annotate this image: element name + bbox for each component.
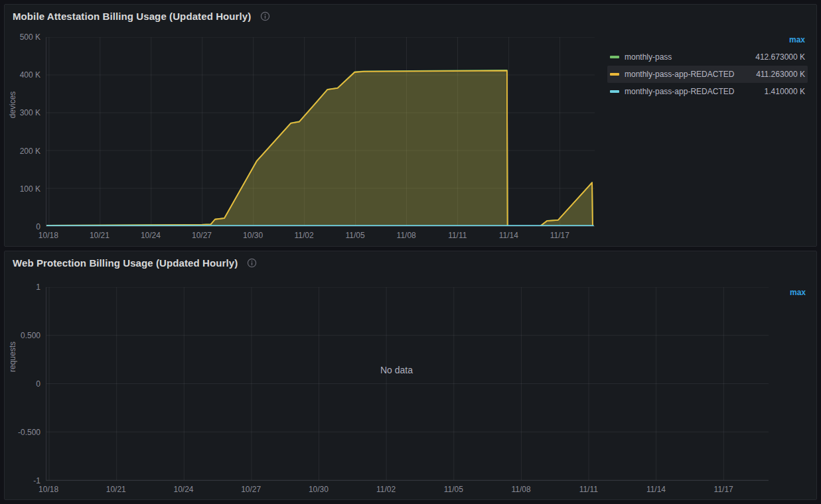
info-icon[interactable] xyxy=(260,11,270,21)
y-axis-tick-label: 200 K xyxy=(5,147,40,156)
legend-series-max-value: 412.673000 K xyxy=(755,52,805,62)
x-axis-tick-label: 10/24 xyxy=(173,485,193,494)
chart-plot-web-protection[interactable] xyxy=(46,287,769,481)
panel-header[interactable]: Web Protection Billing Usage (Updated Ho… xyxy=(5,251,816,274)
legend-item-monthly-pass-app-REDACTED[interactable]: monthly-pass-app-REDACTED411.263000 K xyxy=(607,66,808,83)
y-axis-title: devices xyxy=(8,78,17,131)
chart-legend: max monthly-pass412.673000 Kmonthly-pass… xyxy=(607,34,808,100)
panel-mobile-attestation: Mobile Attestation Billing Usage (Update… xyxy=(4,4,817,247)
x-axis-tick-label: 10/18 xyxy=(38,231,58,240)
x-axis-tick-label: 10/30 xyxy=(243,231,263,240)
legend-series-label: monthly-pass-app-REDACTED xyxy=(625,70,751,79)
x-axis-tick-label: 11/05 xyxy=(444,485,463,494)
x-axis-tick-label: 11/02 xyxy=(295,231,314,240)
legend-series-max-value: 1.410000 K xyxy=(765,87,805,96)
x-axis-tick-label: 10/18 xyxy=(38,485,58,494)
y-axis-tick-label: 100 K xyxy=(5,184,40,194)
x-axis-tick-label: 11/11 xyxy=(448,231,467,240)
x-axis-tick-label: 11/11 xyxy=(579,485,598,494)
chart-canvas[interactable] xyxy=(46,287,769,480)
x-axis-tick-label: 10/24 xyxy=(141,231,161,240)
panel-title[interactable]: Mobile Attestation Billing Usage (Update… xyxy=(13,11,251,22)
legend-series-swatch xyxy=(610,73,619,76)
legend-item-monthly-pass[interactable]: monthly-pass412.673000 K xyxy=(607,48,808,66)
y-axis-tick-label: -0.500 xyxy=(5,428,40,437)
legend-max-column-header[interactable]: max xyxy=(790,288,806,297)
y-axis-tick-label: 500 K xyxy=(5,32,40,42)
x-axis-tick-label: 10/30 xyxy=(309,485,329,494)
chart-canvas[interactable] xyxy=(46,37,595,226)
no-data-message: No data xyxy=(380,365,413,375)
y-axis-tick-label: 0 xyxy=(5,222,40,231)
x-axis-tick-label: 10/21 xyxy=(106,485,126,494)
x-axis-tick-label: 11/08 xyxy=(397,231,416,240)
info-icon[interactable] xyxy=(247,258,257,268)
x-axis-tick-label: 11/14 xyxy=(646,485,666,494)
legend-item-monthly-pass-app-REDACTED[interactable]: monthly-pass-app-REDACTED1.410000 K xyxy=(607,83,808,100)
y-axis-tick-label: 1 xyxy=(5,283,40,292)
legend-series-label: monthly-pass xyxy=(625,52,750,62)
panel-web-protection: Web Protection Billing Usage (Updated Ho… xyxy=(4,251,817,500)
x-axis-tick-label: 11/17 xyxy=(550,231,569,240)
legend-series-swatch xyxy=(610,56,619,58)
panel-header[interactable]: Mobile Attestation Billing Usage (Update… xyxy=(5,5,816,27)
x-axis-tick-label: 10/27 xyxy=(241,485,261,494)
x-axis-tick-label: 11/17 xyxy=(714,485,733,494)
x-axis-tick-label: 10/21 xyxy=(90,231,110,240)
x-axis-tick-label: 11/14 xyxy=(499,231,518,240)
legend-series-label: monthly-pass-app-REDACTED xyxy=(625,87,759,96)
x-axis-tick-label: 11/02 xyxy=(376,485,396,494)
legend-max-column-header[interactable]: max xyxy=(607,34,808,48)
panel-title[interactable]: Web Protection Billing Usage (Updated Ho… xyxy=(13,257,238,269)
x-axis-tick-label: 11/08 xyxy=(511,485,530,494)
dashboard: Mobile Attestation Billing Usage (Update… xyxy=(0,0,821,504)
x-axis-tick-label: 11/05 xyxy=(346,231,365,240)
legend-series-max-value: 411.263000 K xyxy=(756,70,805,79)
chart-plot-mobile-attestation[interactable] xyxy=(46,37,595,227)
x-axis-tick-label: 10/27 xyxy=(192,231,212,240)
legend-series-swatch xyxy=(610,90,619,93)
y-axis-title: requests xyxy=(8,330,17,383)
series-fill-monthly-pass-app-REDACTED xyxy=(46,71,593,226)
y-axis-tick-label: -1 xyxy=(5,476,40,485)
